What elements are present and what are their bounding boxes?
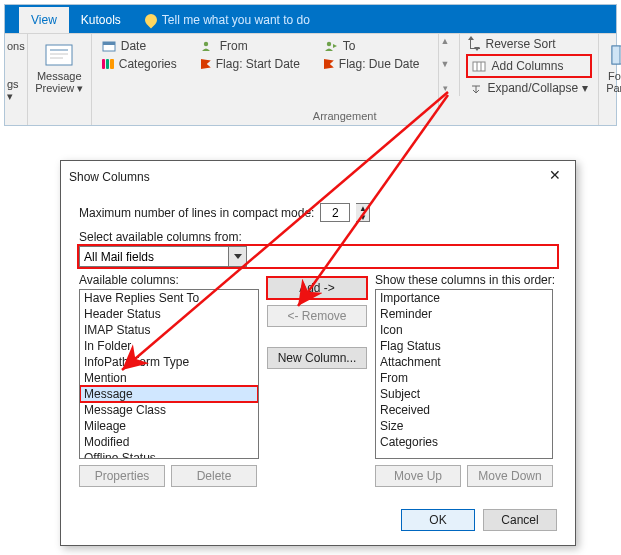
available-columns-listbox[interactable]: Have Replies Sent ToHeader StatusIMAP St… bbox=[79, 289, 259, 459]
arrange-by-flag-due[interactable]: Flag: Due Date bbox=[320, 56, 424, 72]
list-item[interactable]: Icon bbox=[376, 322, 552, 338]
maxlines-spinner[interactable]: ▲▼ bbox=[356, 203, 370, 222]
order-columns-listbox[interactable]: ImportanceReminderIconFlag StatusAttachm… bbox=[375, 289, 553, 459]
move-up-button[interactable]: Move Up bbox=[375, 465, 461, 487]
message-preview-label: Message Preview ▾ bbox=[35, 70, 83, 94]
select-from-combo[interactable] bbox=[79, 246, 557, 267]
list-item[interactable]: Flag Status bbox=[376, 338, 552, 354]
arrange-by-flag-start[interactable]: Flag: Start Date bbox=[197, 56, 304, 72]
arrange-by-date[interactable]: Date bbox=[98, 38, 181, 54]
list-item[interactable]: Message Class bbox=[80, 402, 258, 418]
list-item[interactable]: Categories bbox=[376, 434, 552, 450]
list-item[interactable]: From bbox=[376, 370, 552, 386]
list-item[interactable]: Modified bbox=[80, 434, 258, 450]
ribbon-tabs: View Kutools Tell me what you want to do bbox=[5, 5, 616, 33]
list-item[interactable]: Importance bbox=[376, 290, 552, 306]
properties-button[interactable]: Properties bbox=[79, 465, 165, 487]
arrange-by-categories-label: Categories bbox=[119, 57, 177, 71]
close-icon[interactable]: ✕ bbox=[543, 167, 567, 187]
message-preview-icon bbox=[44, 42, 74, 68]
partial-label-1: ons bbox=[7, 40, 25, 52]
list-item[interactable]: Received bbox=[376, 402, 552, 418]
ribbon-body: ons gs ▾ Message Preview ▾ Date From To bbox=[5, 33, 616, 125]
lightbulb-icon bbox=[142, 12, 159, 29]
list-item[interactable]: Have Replies Sent To bbox=[80, 290, 258, 306]
svg-point-6 bbox=[204, 42, 208, 46]
arrangement-group-label: Arrangement bbox=[92, 108, 598, 125]
select-from-value[interactable] bbox=[79, 246, 229, 267]
move-down-button[interactable]: Move Down bbox=[467, 465, 553, 487]
list-item[interactable]: IMAP Status bbox=[80, 322, 258, 338]
folder-pane-label: Folder Pane ▾ bbox=[606, 70, 621, 94]
maxlines-label: Maximum number of lines in compact mode: bbox=[79, 206, 314, 220]
arrange-by-from-label: From bbox=[220, 39, 248, 53]
partial-label-2: gs ▾ bbox=[7, 78, 25, 103]
dialog-title: Show Columns bbox=[69, 170, 150, 184]
tellme-search[interactable]: Tell me what you want to do bbox=[133, 7, 322, 33]
chevron-down-icon[interactable] bbox=[229, 246, 247, 267]
flag-icon bbox=[201, 59, 211, 69]
ribbon: View Kutools Tell me what you want to do… bbox=[4, 4, 617, 126]
list-item[interactable]: Reminder bbox=[376, 306, 552, 322]
add-columns-label: Add Columns bbox=[491, 59, 563, 73]
svg-point-7 bbox=[327, 42, 331, 46]
expand-collapse-button[interactable]: Expand/Collapse ▾ bbox=[466, 80, 591, 96]
arrangement-side-commands: Reverse Sort Add Columns Expand/Collapse… bbox=[459, 34, 597, 96]
arrange-by-from[interactable]: From bbox=[197, 38, 304, 54]
dialog-titlebar[interactable]: Show Columns ✕ bbox=[61, 161, 575, 193]
ribbon-group-layout: Folder Pane ▾ bbox=[599, 34, 621, 125]
ribbon-group-arrangement: Date From To Categories Flag: Start Date… bbox=[92, 34, 599, 125]
ribbon-group-partial-left: ons gs ▾ bbox=[5, 34, 28, 125]
show-columns-dialog: Show Columns ✕ Maximum number of lines i… bbox=[60, 160, 576, 546]
remove-button[interactable]: <- Remove bbox=[267, 305, 367, 327]
ok-button[interactable]: OK bbox=[401, 509, 475, 531]
arrangement-gallery[interactable]: Date From To Categories Flag: Start Date… bbox=[92, 34, 430, 72]
expand-collapse-icon bbox=[470, 83, 482, 94]
gallery-scroll[interactable]: ▲ ▼ ▾ bbox=[438, 34, 452, 108]
list-item[interactable]: Mileage bbox=[80, 418, 258, 434]
new-column-button[interactable]: New Column... bbox=[267, 347, 367, 369]
svg-rect-0 bbox=[46, 45, 72, 65]
order-columns-label: Show these columns in this order: bbox=[375, 273, 555, 287]
list-item[interactable]: Attachment bbox=[376, 354, 552, 370]
svg-rect-8 bbox=[473, 62, 485, 71]
add-columns-button[interactable]: Add Columns bbox=[466, 54, 591, 78]
arrange-by-categories[interactable]: Categories bbox=[98, 56, 181, 72]
list-item[interactable]: In Folder bbox=[80, 338, 258, 354]
arrange-by-to[interactable]: To bbox=[320, 38, 424, 54]
arrange-by-flag-start-label: Flag: Start Date bbox=[216, 57, 300, 71]
cancel-button[interactable]: Cancel bbox=[483, 509, 557, 531]
ribbon-group-message-preview: Message Preview ▾ bbox=[28, 34, 92, 125]
arrange-by-flag-due-label: Flag: Due Date bbox=[339, 57, 420, 71]
tellme-label: Tell me what you want to do bbox=[162, 13, 310, 27]
add-columns-icon bbox=[472, 61, 486, 72]
list-item[interactable]: Header Status bbox=[80, 306, 258, 322]
list-item[interactable]: InfoPath Form Type bbox=[80, 354, 258, 370]
person-from-icon bbox=[201, 40, 215, 52]
list-item[interactable]: Message bbox=[80, 386, 258, 402]
select-from-label: Select available columns from: bbox=[79, 230, 557, 244]
reverse-sort-button[interactable]: Reverse Sort bbox=[466, 36, 591, 52]
folder-pane-icon bbox=[609, 42, 621, 68]
list-item[interactable]: Subject bbox=[376, 386, 552, 402]
svg-rect-5 bbox=[103, 42, 115, 45]
arrange-by-to-label: To bbox=[343, 39, 356, 53]
tab-kutools[interactable]: Kutools bbox=[69, 7, 133, 33]
categories-icon bbox=[102, 59, 114, 69]
reverse-sort-icon bbox=[470, 39, 480, 49]
folder-pane-button[interactable]: Folder Pane ▾ bbox=[605, 38, 621, 94]
list-item[interactable]: Size bbox=[376, 418, 552, 434]
calendar-icon bbox=[102, 40, 116, 52]
tab-view[interactable]: View bbox=[19, 7, 69, 33]
svg-rect-12 bbox=[612, 46, 620, 64]
add-button[interactable]: Add -> bbox=[267, 277, 367, 299]
maxlines-input[interactable] bbox=[320, 203, 350, 222]
person-to-icon bbox=[324, 40, 338, 52]
flag-icon bbox=[324, 59, 334, 69]
expand-collapse-label: Expand/Collapse ▾ bbox=[487, 81, 587, 95]
available-columns-label: Available columns: bbox=[79, 273, 259, 287]
message-preview-button[interactable]: Message Preview ▾ bbox=[34, 38, 85, 94]
list-item[interactable]: Offline Status bbox=[80, 450, 258, 459]
delete-button[interactable]: Delete bbox=[171, 465, 257, 487]
list-item[interactable]: Mention bbox=[80, 370, 258, 386]
